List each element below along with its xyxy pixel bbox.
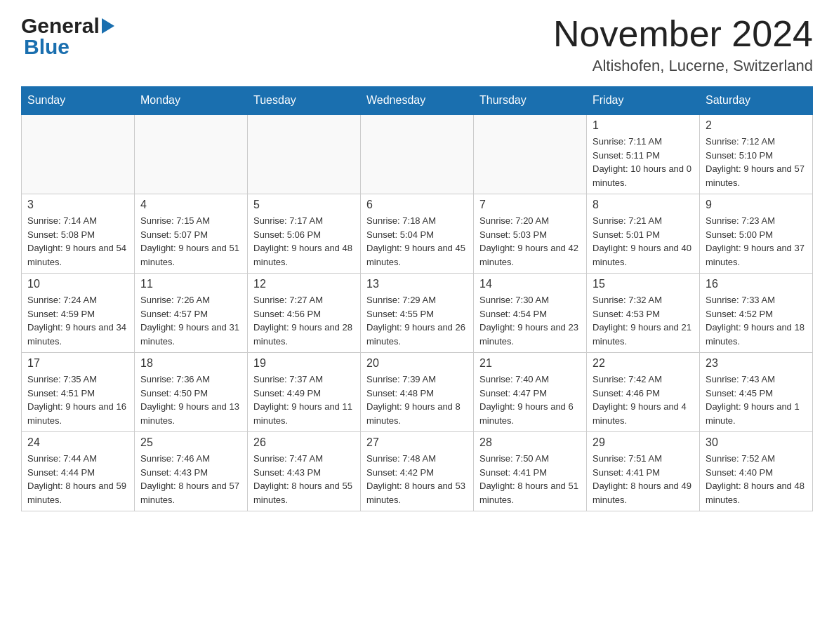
day-cell: 5Sunrise: 7:17 AM Sunset: 5:06 PM Daylig… xyxy=(248,194,361,274)
day-info: Sunrise: 7:35 AM Sunset: 4:51 PM Dayligh… xyxy=(27,374,126,426)
day-cell: 24Sunrise: 7:44 AM Sunset: 4:44 PM Dayli… xyxy=(22,432,135,511)
header-cell-friday: Friday xyxy=(587,87,700,115)
day-cell: 26Sunrise: 7:47 AM Sunset: 4:43 PM Dayli… xyxy=(248,432,361,511)
logo-general-text: General xyxy=(21,14,100,38)
day-cell: 6Sunrise: 7:18 AM Sunset: 5:04 PM Daylig… xyxy=(361,194,474,274)
day-cell: 10Sunrise: 7:24 AM Sunset: 4:59 PM Dayli… xyxy=(22,274,135,353)
day-cell xyxy=(248,114,361,194)
day-number: 24 xyxy=(27,436,128,449)
day-cell: 9Sunrise: 7:23 AM Sunset: 5:00 PM Daylig… xyxy=(700,194,813,274)
day-number: 27 xyxy=(366,436,468,449)
page-header: General Blue November 2024 Altishofen, L… xyxy=(21,14,813,75)
day-cell: 4Sunrise: 7:15 AM Sunset: 5:07 PM Daylig… xyxy=(135,194,248,274)
week-row-5: 24Sunrise: 7:44 AM Sunset: 4:44 PM Dayli… xyxy=(22,432,813,511)
day-number: 30 xyxy=(706,436,807,449)
day-info: Sunrise: 7:33 AM Sunset: 4:52 PM Dayligh… xyxy=(706,295,805,347)
header-cell-tuesday: Tuesday xyxy=(248,87,361,115)
day-cell xyxy=(22,114,135,194)
day-info: Sunrise: 7:40 AM Sunset: 4:47 PM Dayligh… xyxy=(479,374,574,426)
day-cell: 27Sunrise: 7:48 AM Sunset: 4:42 PM Dayli… xyxy=(361,432,474,511)
day-cell: 19Sunrise: 7:37 AM Sunset: 4:49 PM Dayli… xyxy=(248,353,361,432)
day-number: 12 xyxy=(253,278,355,290)
day-number: 15 xyxy=(593,278,694,290)
day-cell: 8Sunrise: 7:21 AM Sunset: 5:01 PM Daylig… xyxy=(587,194,700,274)
header-cell-thursday: Thursday xyxy=(474,87,587,115)
day-cell: 18Sunrise: 7:36 AM Sunset: 4:50 PM Dayli… xyxy=(135,353,248,432)
header-cell-monday: Monday xyxy=(135,87,248,115)
day-cell: 30Sunrise: 7:52 AM Sunset: 4:40 PM Dayli… xyxy=(700,432,813,511)
day-number: 23 xyxy=(706,357,807,370)
day-cell: 28Sunrise: 7:50 AM Sunset: 4:41 PM Dayli… xyxy=(474,432,587,511)
day-cell: 14Sunrise: 7:30 AM Sunset: 4:54 PM Dayli… xyxy=(474,274,587,353)
day-info: Sunrise: 7:47 AM Sunset: 4:43 PM Dayligh… xyxy=(253,453,352,505)
day-cell: 2Sunrise: 7:12 AM Sunset: 5:10 PM Daylig… xyxy=(700,114,813,194)
day-number: 5 xyxy=(253,199,355,211)
day-number: 6 xyxy=(366,199,468,211)
day-cell: 12Sunrise: 7:27 AM Sunset: 4:56 PM Dayli… xyxy=(248,274,361,353)
day-cell: 29Sunrise: 7:51 AM Sunset: 4:41 PM Dayli… xyxy=(587,432,700,511)
day-number: 10 xyxy=(27,278,128,290)
day-info: Sunrise: 7:26 AM Sunset: 4:57 PM Dayligh… xyxy=(140,295,239,347)
logo: General Blue xyxy=(21,14,114,59)
day-info: Sunrise: 7:15 AM Sunset: 5:07 PM Dayligh… xyxy=(140,215,239,267)
day-cell: 15Sunrise: 7:32 AM Sunset: 4:53 PM Dayli… xyxy=(587,274,700,353)
header-cell-wednesday: Wednesday xyxy=(361,87,474,115)
svg-marker-0 xyxy=(102,18,114,34)
day-info: Sunrise: 7:48 AM Sunset: 4:42 PM Dayligh… xyxy=(366,453,465,505)
day-cell xyxy=(361,114,474,194)
day-number: 8 xyxy=(593,199,694,211)
day-cell: 7Sunrise: 7:20 AM Sunset: 5:03 PM Daylig… xyxy=(474,194,587,274)
day-info: Sunrise: 7:27 AM Sunset: 4:56 PM Dayligh… xyxy=(253,295,352,347)
day-cell: 1Sunrise: 7:11 AM Sunset: 5:11 PM Daylig… xyxy=(587,114,700,194)
day-info: Sunrise: 7:44 AM Sunset: 4:44 PM Dayligh… xyxy=(27,453,126,505)
day-info: Sunrise: 7:21 AM Sunset: 5:01 PM Dayligh… xyxy=(593,215,691,267)
header-cell-sunday: Sunday xyxy=(22,87,135,115)
day-number: 7 xyxy=(479,199,581,211)
day-info: Sunrise: 7:52 AM Sunset: 4:40 PM Dayligh… xyxy=(706,453,805,505)
day-number: 25 xyxy=(140,436,241,449)
day-info: Sunrise: 7:51 AM Sunset: 4:41 PM Dayligh… xyxy=(593,453,691,505)
day-number: 28 xyxy=(479,436,581,449)
day-info: Sunrise: 7:32 AM Sunset: 4:53 PM Dayligh… xyxy=(593,295,691,347)
logo-triangle-icon xyxy=(102,18,114,36)
day-cell: 13Sunrise: 7:29 AM Sunset: 4:55 PM Dayli… xyxy=(361,274,474,353)
day-info: Sunrise: 7:14 AM Sunset: 5:08 PM Dayligh… xyxy=(27,215,126,267)
day-cell: 17Sunrise: 7:35 AM Sunset: 4:51 PM Dayli… xyxy=(22,353,135,432)
day-cell xyxy=(135,114,248,194)
week-row-3: 10Sunrise: 7:24 AM Sunset: 4:59 PM Dayli… xyxy=(22,274,813,353)
day-cell: 23Sunrise: 7:43 AM Sunset: 4:45 PM Dayli… xyxy=(700,353,813,432)
day-info: Sunrise: 7:17 AM Sunset: 5:06 PM Dayligh… xyxy=(253,215,352,267)
day-info: Sunrise: 7:18 AM Sunset: 5:04 PM Dayligh… xyxy=(366,215,465,267)
calendar-table: SundayMondayTuesdayWednesdayThursdayFrid… xyxy=(21,86,813,511)
day-info: Sunrise: 7:29 AM Sunset: 4:55 PM Dayligh… xyxy=(366,295,465,347)
day-number: 16 xyxy=(706,278,807,290)
day-number: 21 xyxy=(479,357,581,370)
week-row-2: 3Sunrise: 7:14 AM Sunset: 5:08 PM Daylig… xyxy=(22,194,813,274)
calendar-title: November 2024 xyxy=(553,14,813,54)
day-info: Sunrise: 7:39 AM Sunset: 4:48 PM Dayligh… xyxy=(366,374,461,426)
header-cell-saturday: Saturday xyxy=(700,87,813,115)
calendar-subtitle: Altishofen, Lucerne, Switzerland xyxy=(553,57,813,75)
logo-blue-text: Blue xyxy=(24,35,70,59)
day-cell: 22Sunrise: 7:42 AM Sunset: 4:46 PM Dayli… xyxy=(587,353,700,432)
day-info: Sunrise: 7:30 AM Sunset: 4:54 PM Dayligh… xyxy=(479,295,578,347)
day-number: 17 xyxy=(27,357,128,370)
header-row: SundayMondayTuesdayWednesdayThursdayFrid… xyxy=(22,87,813,115)
day-number: 9 xyxy=(706,199,807,211)
title-area: November 2024 Altishofen, Lucerne, Switz… xyxy=(553,14,813,75)
day-number: 18 xyxy=(140,357,241,370)
day-info: Sunrise: 7:11 AM Sunset: 5:11 PM Dayligh… xyxy=(593,136,691,188)
day-info: Sunrise: 7:36 AM Sunset: 4:50 PM Dayligh… xyxy=(140,374,239,426)
day-number: 4 xyxy=(140,199,241,211)
day-number: 13 xyxy=(366,278,468,290)
day-info: Sunrise: 7:46 AM Sunset: 4:43 PM Dayligh… xyxy=(140,453,239,505)
day-number: 2 xyxy=(706,119,807,132)
day-info: Sunrise: 7:37 AM Sunset: 4:49 PM Dayligh… xyxy=(253,374,352,426)
day-info: Sunrise: 7:24 AM Sunset: 4:59 PM Dayligh… xyxy=(27,295,126,347)
day-number: 29 xyxy=(593,436,694,449)
day-info: Sunrise: 7:42 AM Sunset: 4:46 PM Dayligh… xyxy=(593,374,687,426)
day-info: Sunrise: 7:12 AM Sunset: 5:10 PM Dayligh… xyxy=(706,136,805,188)
day-number: 20 xyxy=(366,357,468,370)
day-cell xyxy=(474,114,587,194)
day-info: Sunrise: 7:20 AM Sunset: 5:03 PM Dayligh… xyxy=(479,215,578,267)
